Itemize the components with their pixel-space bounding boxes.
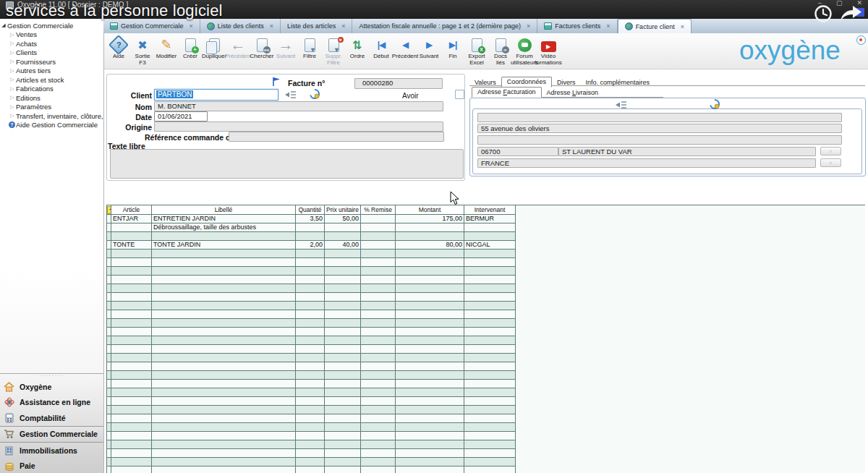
toolbar-forum-utilisateurs[interactable]: Forum utilisateurs (514, 35, 535, 66)
grid-row[interactable] (107, 458, 516, 466)
grid-row[interactable] (107, 380, 516, 388)
tab-factures-clients[interactable]: Factures clients× (537, 19, 617, 33)
toolbar-docs-lies[interactable]: ∞Docs liés (490, 35, 511, 66)
toolbar-aide[interactable]: ?Aide (108, 35, 129, 60)
tree-item-fournisseurs[interactable]: ▷Fournisseurs (0, 57, 103, 67)
goto-address-icon[interactable] (616, 101, 627, 109)
grid-row[interactable] (107, 267, 516, 276)
subtab-adresse-livraison[interactable]: Adresse Livraison (542, 88, 604, 98)
tree-item-articles-et-stock[interactable]: ▷Articles et stock (0, 75, 103, 85)
grid-row[interactable]: Débroussaillage, taille des arbustes (107, 223, 516, 232)
grid-row[interactable] (107, 319, 516, 328)
tab-close-icon[interactable]: × (527, 22, 530, 30)
tree-item-autres-tiers[interactable]: ▷Autres tiers (0, 67, 103, 76)
module-assistance-en-ligne[interactable]: Assistance en ligne (0, 395, 103, 411)
module-comptabilite[interactable]: Comptabilité (0, 410, 103, 426)
tab-gestion-commerciale[interactable]: Gestion Commerciale× (103, 19, 200, 33)
city-lookup-button[interactable]: ⌕ (820, 147, 841, 155)
tree-item-parametres[interactable]: ▷Paramètres (0, 103, 103, 112)
grid-row[interactable] (107, 414, 516, 423)
tab-facture-client[interactable]: Facture client× (618, 19, 692, 33)
free-text-area[interactable] (110, 149, 464, 179)
country-field[interactable]: FRANCE (477, 158, 816, 168)
subtab-adresse-facturation[interactable]: Adresse Facturation (472, 87, 542, 98)
refresh-gear-icon[interactable] (310, 89, 320, 99)
grid-row[interactable] (107, 276, 516, 284)
city-field[interactable]: ST LAURENT DU VAR (558, 147, 816, 156)
tab-close-icon[interactable]: × (190, 22, 193, 30)
tab-attestation-fiscale-annuelle-page-1-et-2[interactable]: Attestation fiscale annuelle : page 1 et… (352, 19, 537, 33)
grid-row[interactable] (107, 302, 516, 310)
tab-close-icon[interactable]: × (681, 23, 684, 30)
address-refresh-gear-icon[interactable] (710, 99, 720, 109)
tree-item-editions[interactable]: ▷Editions (0, 93, 103, 103)
client-code-input[interactable]: PARTBON (154, 89, 278, 101)
address-line1-field[interactable] (477, 113, 842, 122)
tree-item-ventes[interactable]: ▷Ventes (0, 30, 103, 40)
grid-row[interactable] (107, 293, 516, 302)
grid-row[interactable] (107, 328, 516, 336)
detail-tab-coordonnees[interactable]: Coordonnées (501, 77, 552, 88)
grid-row[interactable] (107, 362, 516, 371)
toolbar-precedent[interactable]: ◀Précédent (394, 35, 416, 60)
grid-row[interactable] (107, 432, 516, 440)
tree-item-aide-gestion-commerciale[interactable]: ?Aide Gestion Commerciale (0, 121, 103, 130)
grid-row[interactable] (107, 423, 516, 432)
grid-row[interactable] (107, 258, 516, 267)
grid-row[interactable] (107, 388, 516, 397)
tab-close-icon[interactable]: × (270, 22, 273, 30)
address-line2-field[interactable]: 55 avenue des oliviers (477, 124, 842, 133)
grid-row[interactable] (107, 336, 516, 345)
postal-code-field[interactable]: 06700 (477, 147, 558, 156)
grid-row[interactable] (107, 354, 516, 362)
toolbar-sortie-f3[interactable]: ✖Sortie F3 (132, 35, 153, 66)
order-ref-field[interactable] (229, 132, 444, 142)
toolbar-export-excel[interactable]: XExport Excel (466, 35, 488, 66)
toolbar-filtre[interactable]: ▼Filtre (299, 35, 320, 60)
watch-later-icon[interactable] (813, 4, 833, 24)
tree-item-transfert-inventaire-cloture[interactable]: ▷Transfert, inventaire, clôture, ... (0, 111, 103, 121)
tree-item-clients[interactable]: ▷Clients (0, 48, 103, 58)
share-icon[interactable] (839, 5, 865, 22)
module-paie[interactable]: Paie (0, 459, 103, 473)
add-line-button[interactable]: + (107, 206, 111, 214)
toolbar-creer[interactable]: +Créer (179, 35, 201, 60)
toolbar-fin[interactable]: ▶|Fin (442, 35, 464, 60)
tab-close-icon[interactable]: × (341, 22, 345, 30)
tree-item-achats[interactable]: ▷Achats (0, 39, 103, 48)
grid-row[interactable] (107, 440, 516, 449)
toolbar-chercher[interactable]: ooChercher (251, 35, 273, 60)
tab-close-icon[interactable]: × (606, 22, 610, 30)
grid-row[interactable] (107, 250, 516, 258)
country-lookup-button[interactable]: ⌕ (820, 158, 841, 167)
grid-row[interactable] (107, 284, 516, 293)
toolbar-ordre[interactable]: ⇅Ordre (346, 35, 368, 60)
toolbar-debut[interactable]: |◀Début (370, 35, 392, 60)
grid-row[interactable] (107, 371, 516, 380)
grid-row[interactable] (107, 232, 516, 241)
toolbar-video-formations[interactable]: ▶Vidéo formations (537, 35, 559, 66)
grid-row[interactable] (107, 310, 516, 319)
grid-row[interactable] (107, 345, 516, 354)
toolbar-dupliquer[interactable]: Dupliquer (203, 35, 225, 60)
grid-row[interactable] (107, 406, 516, 414)
grid-row[interactable] (107, 397, 516, 406)
grid-row[interactable] (107, 466, 516, 473)
tree-root-gestion-commerciale[interactable]: ◢ Gestion Commerciale (0, 21, 103, 30)
module-oxygene[interactable]: Oxygène (0, 379, 103, 395)
tree-item-fabrications[interactable]: ▷Fabrications (0, 85, 103, 94)
grid-row[interactable] (107, 449, 516, 458)
goto-record-icon[interactable] (285, 90, 297, 99)
tab-liste-des-articles[interactable]: Liste des articles× (281, 19, 352, 33)
module-immobilisations[interactable]: Immobilisations (0, 443, 103, 459)
grid-row[interactable]: ENTJARENTRETIEN JARDIN3,5050,00175,00BER… (107, 215, 516, 223)
avoir-checkbox[interactable] (455, 90, 464, 99)
date-input[interactable]: 01/06/2021 (154, 111, 208, 122)
grid-row[interactable]: TONTETONTE JARDIN2,0040,0080,00NICGAL (107, 241, 516, 250)
module-gestion-commerciale[interactable]: Gestion Commerciale (0, 426, 103, 443)
toolbar-modifier[interactable]: ✎Modifier (156, 35, 177, 60)
toolbar-suivant[interactable]: ▶Suivant (418, 35, 440, 60)
address-line3-field[interactable] (477, 135, 842, 145)
panel-splitter[interactable]: ········ (0, 374, 103, 379)
tab-liste-des-clients[interactable]: Liste des clients× (200, 19, 281, 33)
